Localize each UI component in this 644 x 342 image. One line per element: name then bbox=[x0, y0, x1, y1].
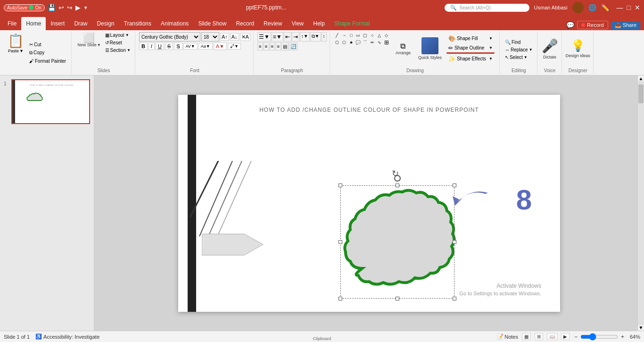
change-case-btn[interactable]: Aa▼ bbox=[198, 43, 213, 50]
scroll-up-btn[interactable]: ▲ bbox=[638, 75, 644, 82]
selection-corner-ml[interactable] bbox=[339, 240, 342, 244]
shape-effects-dropdown[interactable]: ▼ bbox=[489, 57, 493, 61]
normal-view-btn[interactable]: ▦ bbox=[522, 333, 531, 340]
selection-corner-tl[interactable] bbox=[339, 184, 342, 187]
format-painter-button[interactable]: 🖌 Format Painter bbox=[28, 58, 67, 64]
record-button[interactable]: Record bbox=[577, 21, 608, 29]
shadow-btn[interactable]: S bbox=[174, 42, 182, 50]
decrease-indent-btn[interactable]: ⇤ bbox=[284, 32, 291, 42]
tab-file[interactable]: File bbox=[3, 17, 21, 30]
tab-design[interactable]: Design bbox=[92, 17, 119, 30]
char-spacing-btn[interactable]: AV▼ bbox=[183, 43, 198, 50]
arrange-button[interactable]: ⧉ Arrange bbox=[393, 41, 413, 56]
tab-transitions[interactable]: Transitions bbox=[119, 17, 156, 30]
selection-corner-mr[interactable] bbox=[453, 240, 456, 244]
bullets-btn[interactable]: ☰▼ bbox=[257, 32, 271, 42]
strikethrough-btn[interactable]: S bbox=[165, 42, 173, 50]
text-dir-btn[interactable]: ↕ bbox=[322, 32, 327, 42]
shape-diamond[interactable]: ◇ bbox=[383, 32, 390, 39]
reset-button[interactable]: ↺ Reset bbox=[104, 40, 132, 46]
slideshow-btn[interactable]: ▶ bbox=[561, 333, 570, 340]
shape-outline-button[interactable]: ✏ Shape Outline ▼ bbox=[446, 44, 495, 54]
vertical-scrollbar[interactable]: ▲ ▼ bbox=[637, 75, 644, 331]
select-button[interactable]: ↖ Select ▼ bbox=[504, 54, 534, 60]
italic-btn[interactable]: I bbox=[149, 42, 155, 50]
justify-btn[interactable]: ≡ bbox=[275, 42, 281, 50]
tab-record[interactable]: Record bbox=[231, 17, 259, 30]
scroll-track[interactable] bbox=[638, 82, 644, 324]
tab-draw[interactable]: Draw bbox=[69, 17, 92, 30]
selection-corner-bl[interactable] bbox=[339, 297, 342, 300]
cut-button[interactable]: ✂ Cut bbox=[28, 42, 67, 48]
shape-pentagon[interactable]: ⬠ bbox=[334, 39, 340, 46]
shape-round-rect[interactable]: ▢ bbox=[362, 32, 369, 39]
shape-star[interactable]: ★ bbox=[348, 39, 355, 46]
align-right-btn[interactable]: ≡ bbox=[270, 42, 275, 50]
layout-button[interactable]: ▦ Layout ▼ bbox=[104, 32, 132, 38]
tab-home[interactable]: Home bbox=[21, 17, 46, 30]
list-level-btn[interactable]: ▤ bbox=[281, 42, 289, 50]
highlight-btn[interactable]: 🖍▼ bbox=[228, 43, 241, 50]
accessibility-indicator[interactable]: ♿ Accessibility: Investigate bbox=[35, 334, 99, 340]
line-spacing-btn[interactable]: ↕▼ bbox=[300, 32, 310, 42]
tab-animations[interactable]: Animations bbox=[156, 17, 193, 30]
shape-fill-button[interactable]: 🎨 Shape Fill ▼ bbox=[446, 34, 495, 43]
decrease-font-btn[interactable]: A↓ bbox=[230, 33, 239, 41]
copy-button[interactable]: ⧉ Copy bbox=[28, 50, 67, 56]
shape-outline-dropdown[interactable]: ▼ bbox=[489, 46, 493, 50]
quick-styles-button[interactable]: Quick Styles bbox=[416, 35, 444, 62]
align-center-btn[interactable]: ≡ bbox=[264, 42, 269, 50]
share-button[interactable]: 📤 Share bbox=[611, 21, 640, 29]
underline-btn[interactable]: U bbox=[156, 42, 164, 50]
shape-triangle[interactable]: △ bbox=[376, 32, 383, 39]
paste-dropdown[interactable]: ▼ bbox=[19, 49, 24, 53]
search-bar[interactable]: 🔍 Search (Alt+Q) bbox=[445, 4, 529, 12]
shape-rect[interactable]: □ bbox=[348, 32, 355, 39]
shape-expand[interactable]: ⊞ bbox=[383, 39, 390, 46]
tab-view[interactable]: View bbox=[287, 17, 308, 30]
notes-btn[interactable]: 📝 Notes bbox=[497, 334, 518, 340]
clear-format-btn[interactable]: ✕A bbox=[240, 33, 250, 41]
comments-icon[interactable]: 💬 bbox=[566, 21, 574, 29]
selection-corner-br[interactable] bbox=[453, 297, 456, 300]
paste-button[interactable]: 📋 Paste ▼ bbox=[5, 32, 27, 73]
rotate-handle[interactable] bbox=[394, 175, 401, 182]
scroll-down-btn[interactable]: ▼ bbox=[638, 324, 644, 331]
columns-btn[interactable]: ⧉▼ bbox=[310, 32, 321, 42]
shape-hex[interactable]: ⬡ bbox=[341, 39, 347, 46]
shape-connector[interactable]: ⌒ bbox=[362, 39, 369, 46]
shape-fill-dropdown[interactable]: ▼ bbox=[489, 36, 493, 41]
zoom-slider[interactable] bbox=[580, 334, 618, 340]
scroll-thumb[interactable] bbox=[638, 84, 644, 103]
slide-sorter-btn[interactable]: ⊞ bbox=[535, 333, 543, 340]
section-button[interactable]: ☰ Section ▼ bbox=[104, 47, 132, 53]
save-icon[interactable]: 💾 bbox=[48, 4, 56, 11]
undo-icon[interactable]: ↩ bbox=[58, 4, 64, 11]
increase-indent-btn[interactable]: ⇥ bbox=[292, 32, 299, 42]
increase-font-btn[interactable]: A↑ bbox=[220, 33, 229, 41]
replace-button[interactable]: ↔ Replace ▼ bbox=[504, 47, 534, 53]
maximize-btn[interactable]: □ bbox=[627, 4, 631, 11]
minimize-btn[interactable]: — bbox=[617, 4, 623, 11]
shape-oval[interactable]: ○ bbox=[369, 32, 376, 39]
user-avatar[interactable] bbox=[572, 2, 584, 13]
cloud-shape-container[interactable]: ↻ bbox=[339, 184, 456, 300]
tab-help[interactable]: Help bbox=[308, 17, 330, 30]
tab-slideshow[interactable]: Slide Show bbox=[193, 17, 231, 30]
selection-corner-bm[interactable] bbox=[396, 297, 399, 300]
shape-arrow[interactable]: → bbox=[341, 32, 347, 39]
align-left-btn[interactable]: ≡ bbox=[257, 42, 263, 50]
autosave-toggle[interactable]: AutoSave On bbox=[4, 4, 45, 11]
convert-smartart-btn[interactable]: 🔄 bbox=[289, 42, 297, 50]
font-name-select[interactable]: Century Gothic (Body) bbox=[139, 32, 200, 42]
redo-icon[interactable]: ↪ bbox=[67, 4, 73, 11]
numbering-btn[interactable]: ≡▼ bbox=[272, 32, 283, 42]
find-button[interactable]: 🔍 Find bbox=[504, 39, 534, 45]
slide-canvas[interactable]: HOW TO ADD /CHANGE OUTLINE COLOUR OF SHA… bbox=[178, 95, 560, 312]
reading-view-btn[interactable]: 📖 bbox=[547, 333, 557, 340]
font-size-select[interactable]: 18 bbox=[201, 32, 219, 42]
font-color-btn[interactable]: A▼ bbox=[214, 42, 227, 50]
shape-curve[interactable]: ∿ bbox=[376, 39, 383, 46]
zoom-in-btn[interactable]: + bbox=[620, 334, 625, 340]
selection-corner-tr[interactable] bbox=[453, 184, 456, 187]
